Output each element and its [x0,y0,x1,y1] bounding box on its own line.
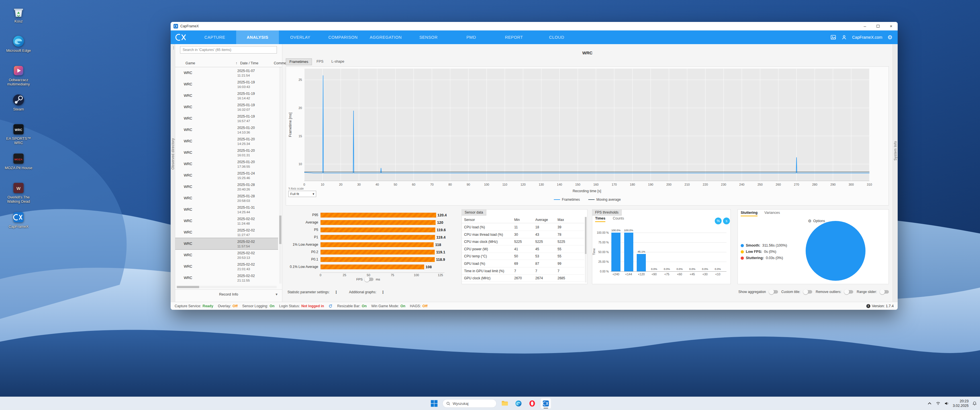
screenshot-icon[interactable] [830,35,836,40]
desktop-icon-game[interactable]: WOverkill's The Walking Dead [3,182,34,204]
stutter-tab-variances[interactable]: Variances [764,211,780,216]
statistic-settings-menu-icon[interactable]: ⋮ [332,290,340,294]
record-row[interactable]: WRC2025-02-0221:01:43 [175,261,278,272]
desktop-icon-media-player[interactable]: Odtwarzacz multimedialny [3,64,34,87]
seconds-toggle-button[interactable]: s [723,218,730,224]
opera-browser-icon[interactable] [527,398,538,409]
record-datetime: 2025-01-2017:36:55 [237,160,255,169]
thresholds-tab-counts[interactable]: Counts [613,216,624,222]
nav-tab-sensor[interactable]: SENSOR [407,30,450,44]
yaxis-scale-select[interactable]: Full fit ▾ [288,191,316,197]
thresholds-tab-times[interactable]: Times [595,216,605,222]
range-slider-toggle[interactable] [880,290,889,294]
fps-ms-toggle[interactable] [365,278,374,281]
record-row[interactable]: WRC2025-02-0211:27:47 [175,227,278,238]
stutter-options-label: Options [813,219,825,223]
desktop-icon-capframex[interactable]: CapFrameX [3,211,34,229]
tray-chevron-up-icon[interactable] [927,401,932,406]
scrollbar-thumb[interactable] [177,286,199,288]
record-row[interactable]: WRC2025-01-1916:32:07 [175,102,278,113]
stutter-tab-stuttering[interactable]: Stuttering [741,211,757,216]
close-button[interactable]: × [885,22,898,30]
svg-text:WRC: WRC [15,128,22,132]
chart-tab-fps[interactable]: FPS [313,58,327,65]
scrollbar-thumb[interactable] [279,216,282,244]
capframex-taskbar-icon[interactable] [541,398,551,409]
percentile-bar [320,227,435,232]
nav-tab-overlay[interactable]: OVERLAY [279,30,321,44]
column-game[interactable]: Game [185,61,195,65]
record-info-label: Record Info [219,292,238,296]
column-datetime[interactable]: Date / Time [240,61,258,65]
additional-graphs-menu-icon[interactable]: ⋮ [379,290,387,294]
desktop-icon-wrc[interactable]: WRCEA SPORTS™ WRC [3,123,34,145]
record-row[interactable]: WRC2025-02-0221:11:55 [175,272,278,284]
settings-gear-icon[interactable]: ⚙ [888,35,892,40]
chart-tab-frametimes[interactable]: Frametimes [286,58,312,65]
record-row[interactable]: WRC2025-02-0211:24:48 [175,215,278,227]
record-info-expander[interactable]: Record Info ▾ [175,289,282,302]
wifi-icon[interactable] [935,401,941,406]
taskbar-search[interactable]: Wyszukaj [442,399,496,408]
desktop-icon-recycle-bin[interactable]: Kosz [3,6,34,24]
record-row[interactable]: WRC2025-01-2014:25:34 [175,135,278,147]
show-aggregation-toggle[interactable] [770,290,778,294]
custom-title-toggle[interactable] [803,290,812,294]
observed-directory-label[interactable]: Observed directory [171,138,175,169]
scrollbar-thumb[interactable] [585,217,587,254]
edge-browser-icon[interactable] [513,398,524,409]
record-row[interactable]: WRC2025-01-1916:57:47 [175,113,278,124]
threshold-category: <45 [686,272,698,276]
window-titlebar[interactable]: CapFrameX – × [171,22,898,30]
sensor-value: 5225 [557,240,565,244]
desktop-icon-edge[interactable]: Microsoft Edge [3,35,34,53]
maximize-button[interactable] [872,22,885,30]
record-row[interactable]: WRC2025-01-2016:01:31 [175,147,278,158]
record-row[interactable]: WRC2025-02-0220:53:13 [175,249,278,261]
record-row[interactable]: WRC2025-01-2014:10:36 [175,124,278,135]
record-row[interactable]: WRC2025-02-0211:57:54 [175,238,278,249]
percent-toggle-button[interactable]: % [715,218,722,224]
notifications-bell-icon[interactable] [972,401,977,406]
nav-tab-report[interactable]: REPORT [493,30,535,44]
desktop-icon-steam[interactable]: Steam [3,94,34,111]
record-list-header[interactable]: Game ↑ Date / Time Comment [175,59,282,67]
search-input[interactable] [180,46,277,54]
directory-menu-icon[interactable]: ⋮ [172,46,175,50]
svg-text:0: 0 [304,183,305,186]
capframex-site-link[interactable]: CapFrameX.com [852,35,882,40]
chart-tab-l-shape[interactable]: L-shape [328,58,348,65]
minimize-button[interactable]: – [858,22,872,30]
sort-arrow-icon[interactable]: ↑ [235,61,237,65]
record-row[interactable]: WRC2025-01-2820:58:03 [175,192,278,204]
start-button[interactable] [429,398,439,409]
stutter-options-button[interactable]: ⚙ Options [808,219,825,223]
nav-tab-analysis[interactable]: ANALYSIS [236,30,279,44]
record-row[interactable]: WRC2025-01-0711:21:54 [175,67,278,79]
percentile-label: P5 [288,228,318,232]
desktop-icon-moza[interactable]: MOZAMOZA Pit House [3,153,34,170]
taskbar-clock[interactable]: 20:23 3.02.2025 [953,399,969,408]
record-row[interactable]: WRC2025-01-2820:40:26 [175,181,278,192]
nav-tab-aggregation[interactable]: AGGREGATION [364,30,407,44]
sensor-scrollbar[interactable] [585,217,587,283]
record-row[interactable]: WRC2025-01-2415:25:46 [175,170,278,181]
list-vertical-scrollbar[interactable] [279,67,282,284]
volume-icon[interactable] [944,401,949,406]
sensor-value: 78 [557,233,561,237]
system-info-label[interactable]: System Info [893,141,897,161]
remove-outliers-toggle[interactable] [845,290,853,294]
record-row[interactable]: WRC2025-01-2017:36:55 [175,158,278,170]
capframex-logo-icon [175,33,187,41]
record-row[interactable]: WRC2025-01-1916:14:42 [175,90,278,102]
list-horizontal-scrollbar[interactable] [177,286,277,288]
nav-tab-pmd[interactable]: PMD [450,30,493,44]
nav-tab-comparison[interactable]: COMPARISON [321,30,364,44]
record-row[interactable]: WRC2025-01-1916:03:43 [175,79,278,90]
file-explorer-icon[interactable] [500,398,510,409]
record-row[interactable]: WRC2025-01-3114:25:44 [175,204,278,215]
nav-tab-cloud[interactable]: CLOUD [535,30,578,44]
nav-tab-capture[interactable]: CAPTURE [193,30,236,44]
refresh-icon[interactable] [328,304,332,308]
login-icon[interactable] [841,35,847,40]
